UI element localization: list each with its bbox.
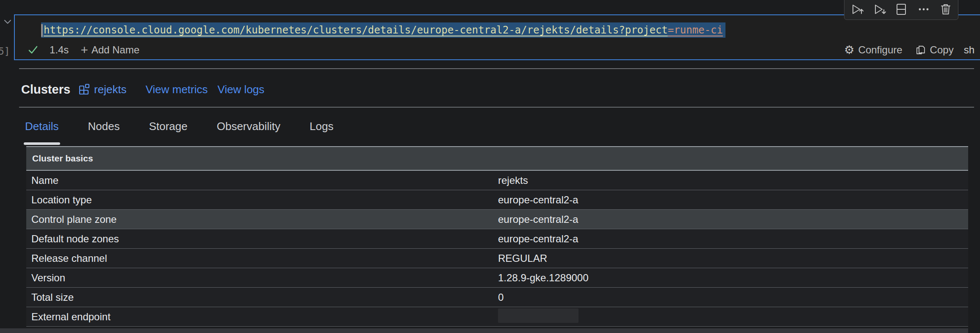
copy-icon — [915, 44, 926, 56]
next-section-strip — [0, 328, 968, 333]
table-row[interactable]: Version 1.28.9-gke.1289000 — [26, 268, 968, 288]
cell-language-indicator[interactable]: sh — [964, 44, 974, 56]
execute-below-icon[interactable] — [872, 2, 886, 17]
table-row[interactable]: Release channel REGULAR — [26, 249, 968, 268]
tab-storage[interactable]: Storage — [149, 120, 188, 133]
copy-button[interactable]: Copy — [915, 44, 954, 56]
tab-logs[interactable]: Logs — [310, 120, 333, 133]
output-divider-top — [19, 68, 974, 69]
cell-status-bar: 1.4s + Add Name ⚙ Configure Copy sh — [15, 42, 975, 58]
cell-toolbar — [844, 0, 958, 20]
text-cursor — [41, 24, 43, 37]
add-name-button[interactable]: + Add Name — [80, 44, 139, 56]
view-metrics-link[interactable]: View metrics — [146, 83, 208, 96]
tab-nodes[interactable]: Nodes — [88, 120, 119, 133]
active-tab-underline — [24, 142, 60, 145]
url-text[interactable]: https://console.cloud.google.com/kuberne… — [44, 24, 668, 36]
redacted-value-box — [498, 308, 579, 323]
cluster-basics-table: Cluster basics Name rejekts Location typ… — [26, 146, 968, 327]
output-divider-header — [19, 107, 974, 108]
table-row[interactable]: Name rejekts — [26, 171, 968, 190]
table-row[interactable]: Total size 0 — [26, 288, 968, 307]
more-actions-icon[interactable] — [916, 2, 931, 17]
delete-cell-icon[interactable] — [938, 2, 953, 17]
cell-code-line[interactable]: https://console.cloud.google.com/kuberne… — [41, 22, 725, 38]
table-section-header: Cluster basics — [26, 146, 968, 171]
page-title: Clusters — [21, 83, 70, 97]
view-logs-link[interactable]: View logs — [218, 83, 265, 96]
table-row[interactable]: Default node zones europe-central2-a — [26, 229, 968, 249]
url-query-value[interactable]: =runme-ci — [668, 24, 723, 36]
tab-details[interactable]: Details — [25, 120, 58, 133]
output-header: Clusters rejekts View metrics View logs — [21, 81, 264, 97]
cell-collapse-chevron-icon[interactable] — [3, 19, 12, 25]
cluster-grid-icon — [78, 83, 91, 96]
tab-bar: Details Nodes Storage Observability Logs — [25, 120, 363, 133]
configure-button[interactable]: ⚙ Configure — [844, 44, 902, 56]
table-row[interactable]: Location type europe-central2-a — [26, 190, 968, 210]
text-selection: https://console.cloud.google.com/kuberne… — [41, 22, 725, 38]
split-cell-icon[interactable] — [894, 2, 908, 17]
success-check-icon — [28, 44, 39, 56]
execute-above-icon[interactable] — [850, 2, 864, 17]
execution-duration: 1.4s — [50, 44, 69, 56]
plus-icon: + — [80, 45, 88, 55]
table-row[interactable]: External endpoint — [26, 307, 968, 327]
execution-count: 5] — [0, 46, 10, 57]
gear-icon: ⚙ — [844, 44, 854, 56]
cluster-name-link[interactable]: rejekts — [78, 83, 127, 96]
tab-observability[interactable]: Observability — [217, 120, 280, 133]
table-row-highlighted[interactable]: Control plane zone europe-central2-a — [26, 210, 968, 229]
